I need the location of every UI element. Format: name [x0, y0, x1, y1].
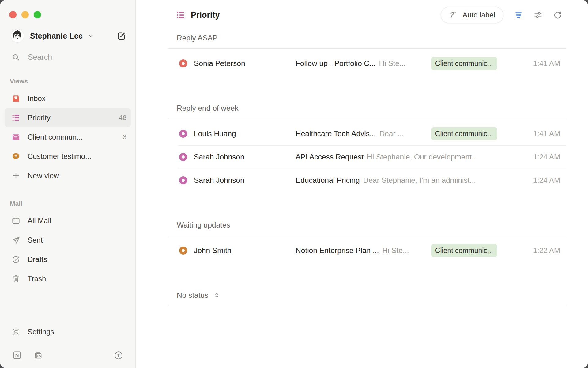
sidebar-item-label: Settings: [28, 328, 54, 336]
sender-status-dot: [179, 130, 187, 138]
group-title: Reply end of week: [177, 104, 239, 113]
account-switcher[interactable]: Stephanie Lee: [11, 29, 127, 42]
sidebar-item-label: Inbox: [28, 94, 46, 103]
sidebar-item-label: Client commun...: [28, 133, 83, 141]
all-mail-icon: [12, 217, 20, 225]
send-icon: [12, 236, 20, 244]
email-preview: Hi Ste...: [379, 59, 405, 68]
gear-icon: [12, 328, 20, 336]
display-filter-icon[interactable]: [514, 10, 523, 20]
inbox-icon: [12, 94, 20, 103]
email-row[interactable]: John Smith Notion Enterprise Plan ... Hi…: [168, 239, 566, 262]
group-title: Reply ASAP: [177, 34, 217, 42]
email-subject: Healthcare Tech Advis...: [296, 129, 376, 138]
priority-list-icon: [176, 10, 185, 20]
label-badge[interactable]: Client communic...: [431, 127, 497, 140]
label-badge[interactable]: Client communic...: [431, 244, 497, 257]
email-preview: Dear Stephanie, I'm an administ...: [363, 176, 476, 185]
email-preview: Hi Ste...: [382, 246, 409, 255]
sidebar-item-settings[interactable]: Settings: [5, 322, 131, 341]
email-time: 1:41 AM: [514, 59, 560, 68]
svg-text:N: N: [15, 353, 19, 358]
group-header: Reply ASAP: [168, 34, 566, 49]
sender-status-dot: [179, 59, 187, 67]
status-group-reply-end-of-week: Reply end of week Louis Huang Healthcare…: [168, 104, 566, 192]
email-subject: Notion Enterprise Plan ...: [296, 246, 379, 255]
email-sender: John Smith: [194, 246, 296, 255]
sender-status-dot: [179, 247, 187, 255]
views-section-label: Views: [10, 78, 135, 85]
email-subject: API Access Request: [296, 153, 364, 161]
avatar: [11, 29, 24, 42]
sidebar-item-priority[interactable]: Priority 48: [5, 108, 131, 127]
sidebar-item-client-communication[interactable]: Client commun... 3: [5, 127, 131, 147]
unread-count: 3: [123, 133, 126, 141]
sidebar-item-label: Customer testimo...: [28, 152, 91, 161]
mail-app-window: Stephanie Lee Search Views Inbox: [0, 0, 588, 368]
label-badge[interactable]: Client communic...: [431, 57, 497, 70]
help-icon[interactable]: ?: [114, 351, 123, 360]
svg-text:?: ?: [117, 353, 120, 358]
auto-label-button-label: Auto label: [462, 11, 495, 19]
search-placeholder: Search: [28, 53, 52, 62]
svg-text:15: 15: [37, 354, 41, 358]
header-actions: Auto label: [441, 7, 562, 23]
app-switcher-row: N 15 ?: [12, 351, 123, 360]
status-group-no-status: No status: [168, 291, 566, 306]
sidebar-item-all-mail[interactable]: All Mail: [5, 211, 131, 230]
email-row[interactable]: Louis Huang Healthcare Tech Advis... Dea…: [168, 122, 566, 145]
compose-icon[interactable]: [116, 31, 127, 41]
group-title: No status: [177, 291, 209, 300]
email-preview: Dear ...: [379, 129, 404, 138]
sidebar-item-trash[interactable]: Trash: [5, 269, 131, 288]
view-header: Priority Auto label: [136, 0, 588, 30]
group-header: Reply end of week: [168, 104, 566, 119]
status-group-reply-asap: Reply ASAP Sonia Peterson Follow up - Po…: [168, 34, 566, 75]
sidebar-item-new-view[interactable]: New view: [5, 166, 131, 185]
email-sender: Sarah Johnson: [194, 176, 296, 185]
refresh-icon[interactable]: [553, 10, 562, 20]
email-time: 1:24 AM: [514, 176, 560, 185]
main-content: Priority Auto label: [136, 0, 588, 368]
email-row[interactable]: Sarah Johnson API Access Request Hi Step…: [168, 145, 566, 169]
email-time: 1:41 AM: [514, 129, 560, 138]
calendar-icon[interactable]: 15: [33, 351, 43, 360]
sidebar-item-customer-testimonials[interactable]: Customer testimo...: [5, 147, 131, 166]
email-list: Reply ASAP Sonia Peterson Follow up - Po…: [136, 30, 588, 368]
sliders-icon[interactable]: [533, 10, 543, 20]
priority-list-icon: [12, 113, 20, 122]
sidebar: Stephanie Lee Search Views Inbox: [0, 0, 136, 368]
email-subject: Follow up - Portfolio C...: [296, 59, 375, 68]
page-title: Priority: [191, 10, 220, 20]
email-row[interactable]: Sonia Peterson Follow up - Portfolio C..…: [168, 52, 566, 75]
auto-label-wand-icon: [449, 10, 458, 20]
trash-icon: [12, 274, 20, 283]
envelope-icon: [12, 133, 20, 141]
email-subject: Educational Pricing: [296, 176, 360, 185]
sidebar-item-label: Drafts: [28, 255, 47, 264]
status-group-waiting-updates: Waiting updates John Smith Notion Enterp…: [168, 221, 566, 262]
sidebar-item-inbox[interactable]: Inbox: [5, 89, 131, 108]
sidebar-footer: Settings N 15 ?: [0, 322, 135, 368]
profile-name: Stephanie Lee: [30, 32, 83, 40]
email-preview: Hi Stephanie, Our development...: [367, 153, 478, 161]
sidebar-item-sent[interactable]: Sent: [5, 230, 131, 250]
sender-status-dot: [179, 153, 187, 161]
window-close-button[interactable]: [9, 11, 17, 18]
email-row[interactable]: Sarah Johnson Educational Pricing Dear S…: [168, 169, 566, 192]
notion-logo-icon[interactable]: N: [12, 351, 22, 360]
window-minimize-button[interactable]: [21, 11, 29, 18]
sidebar-item-drafts[interactable]: Drafts: [5, 250, 131, 269]
search-input[interactable]: Search: [12, 53, 127, 62]
sender-status-dot: [179, 176, 187, 184]
email-sender: Sarah Johnson: [194, 153, 296, 161]
mail-section-label: Mail: [10, 200, 135, 207]
auto-label-button[interactable]: Auto label: [441, 7, 503, 23]
expand-collapse-icon: [213, 291, 221, 299]
window-zoom-button[interactable]: [34, 11, 41, 18]
plus-icon: [12, 171, 20, 180]
chevron-down-icon: [87, 32, 94, 40]
sidebar-item-label: Trash: [28, 274, 46, 283]
group-header-toggle[interactable]: No status: [168, 291, 566, 306]
email-sender: Sonia Peterson: [194, 59, 296, 68]
